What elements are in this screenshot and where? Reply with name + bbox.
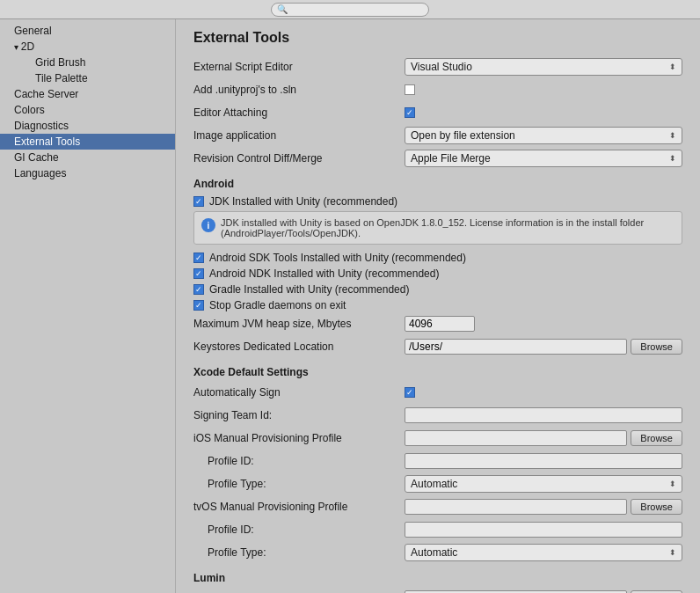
sidebar-item-tile-palette[interactable]: Tile Palette xyxy=(0,70,175,86)
revision-control-row: Revision Control Diff/Merge Apple File M… xyxy=(193,150,682,167)
ios-profile-input[interactable] xyxy=(405,430,627,446)
sidebar-item-general[interactable]: General xyxy=(0,23,175,39)
tvos-profile-id-input[interactable] xyxy=(405,522,682,538)
tvos-profile-type-value: Automatic xyxy=(411,546,457,559)
external-script-editor-row: External Script Editor Visual Studio ⬍ xyxy=(193,58,682,76)
signing-team-input[interactable] xyxy=(405,407,682,423)
keystores-browse-button[interactable]: Browse xyxy=(631,339,682,355)
tvos-profile-input[interactable] xyxy=(405,499,627,515)
max-jvm-input[interactable]: 4096 xyxy=(405,316,475,332)
tvos-profile-id-row: Profile ID: xyxy=(193,521,682,538)
image-application-control: Open by file extension ⬍ xyxy=(405,127,682,144)
editor-attaching-checkbox[interactable] xyxy=(405,107,415,118)
search-icon: 🔍 xyxy=(277,4,288,14)
signing-team-control xyxy=(405,407,682,423)
info-text: JDK installed with Unity is based on Ope… xyxy=(221,217,674,238)
android-sdk-row: Android SDK Tools Installed with Unity (… xyxy=(193,252,682,264)
external-script-editor-control: Visual Studio ⬍ xyxy=(405,58,682,76)
keystores-browse-row: Browse xyxy=(405,339,682,355)
tvos-profile-browse: Browse xyxy=(405,499,682,515)
signing-team-row: Signing Team Id: xyxy=(193,406,682,424)
tvos-profile-type-dropdown[interactable]: Automatic ⬍ xyxy=(405,544,682,561)
ios-profile-id-control xyxy=(405,453,682,469)
add-unity-proj-label: Add .unityproj's to .sln xyxy=(193,84,405,96)
sidebar-item-grid-brush[interactable]: Grid Brush xyxy=(0,55,175,70)
sidebar-item-colors[interactable]: Colors xyxy=(0,102,175,118)
tvos-profile-id-control xyxy=(405,522,682,538)
search-bar[interactable]: 🔍 xyxy=(271,3,429,17)
android-section-header: Android xyxy=(193,178,682,190)
image-application-value: Open by file extension xyxy=(411,129,515,142)
gradle-checkbox[interactable] xyxy=(193,284,204,295)
signing-team-label: Signing Team Id: xyxy=(193,409,405,421)
chevron-down-icon5: ⬍ xyxy=(669,548,676,557)
sidebar-item-gi-cache[interactable]: GI Cache xyxy=(0,150,175,165)
tvos-profile-id-label: Profile ID: xyxy=(193,523,405,536)
auto-sign-label: Automatically Sign xyxy=(193,386,405,399)
sidebar-item-languages[interactable]: Languages xyxy=(0,165,175,181)
page-title: External Tools xyxy=(193,30,682,46)
external-script-editor-dropdown[interactable]: Visual Studio ⬍ xyxy=(405,58,682,76)
sidebar: General 2D Grid Brush Tile Palette Cache… xyxy=(0,19,176,593)
add-unity-proj-row: Add .unityproj's to .sln xyxy=(193,81,682,99)
android-ndk-label: Android NDK Installed with Unity (recomm… xyxy=(209,267,439,280)
ios-profile-label: iOS Manual Provisioning Profile xyxy=(193,432,405,444)
image-application-label: Image application xyxy=(193,129,405,142)
ios-profile-type-control: Automatic ⬍ xyxy=(405,475,682,493)
gradle-label: Gradle Installed with Unity (recommended… xyxy=(209,283,409,296)
external-script-editor-value: Visual Studio xyxy=(411,61,472,73)
ios-browse-button[interactable]: Browse xyxy=(631,430,682,446)
editor-attaching-control xyxy=(405,107,682,118)
lumin-section-header: Lumin xyxy=(193,572,682,584)
android-sdk-label: Android SDK Tools Installed with Unity (… xyxy=(209,252,466,264)
main-panel: External Tools External Script Editor Vi… xyxy=(176,19,700,593)
auto-sign-checkbox[interactable] xyxy=(405,387,415,398)
tvos-profile-row: tvOS Manual Provisioning Profile Browse xyxy=(193,498,682,516)
android-ndk-checkbox[interactable] xyxy=(193,268,204,279)
stop-gradle-row: Stop Gradle daemons on exit xyxy=(193,299,682,311)
stop-gradle-checkbox[interactable] xyxy=(193,300,204,311)
ios-profile-browse: Browse xyxy=(405,430,682,446)
chevron-down-icon: ⬍ xyxy=(669,62,676,71)
image-application-dropdown[interactable]: Open by file extension ⬍ xyxy=(405,127,682,144)
revision-control-dropdown[interactable]: Apple File Merge ⬍ xyxy=(405,150,682,167)
xcode-section-header: Xcode Default Settings xyxy=(193,366,682,378)
keystores-label: Keystores Dedicated Location xyxy=(193,340,405,353)
revision-control-value: Apple File Merge xyxy=(411,152,491,165)
auto-sign-control xyxy=(405,387,682,398)
ios-profile-id-row: Profile ID: xyxy=(193,452,682,470)
ios-profile-id-label: Profile ID: xyxy=(193,455,405,467)
ios-profile-id-input[interactable] xyxy=(405,453,682,469)
sidebar-item-external-tools[interactable]: External Tools xyxy=(0,134,175,150)
keystores-control: Browse xyxy=(405,339,682,355)
sidebar-item-diagnostics[interactable]: Diagnostics xyxy=(0,118,175,134)
ios-profile-type-value: Automatic xyxy=(411,478,457,490)
tvos-browse-button[interactable]: Browse xyxy=(631,499,682,515)
ios-profile-row: iOS Manual Provisioning Profile Browse xyxy=(193,429,682,447)
sidebar-item-cache-server[interactable]: Cache Server xyxy=(0,86,175,102)
max-jvm-row: Maximum JVM heap size, Mbytes 4096 xyxy=(193,315,682,333)
add-unity-proj-control xyxy=(405,84,682,95)
ios-profile-type-dropdown[interactable]: Automatic ⬍ xyxy=(405,475,682,493)
image-application-row: Image application Open by file extension… xyxy=(193,127,682,144)
titlebar: 🔍 xyxy=(0,0,700,19)
sidebar-item-2d[interactable]: 2D xyxy=(0,39,175,55)
chevron-down-icon3: ⬍ xyxy=(669,154,676,163)
jdk-checkbox[interactable] xyxy=(193,196,204,207)
android-sdk-checkbox[interactable] xyxy=(193,253,204,263)
editor-attaching-row: Editor Attaching xyxy=(193,104,682,121)
jdk-row: JDK Installed with Unity (recommended) xyxy=(193,195,682,208)
tvos-browse-row: Browse xyxy=(405,499,682,515)
max-jvm-label: Maximum JVM heap size, Mbytes xyxy=(193,318,405,330)
chevron-down-icon2: ⬍ xyxy=(669,131,676,140)
android-ndk-row: Android NDK Installed with Unity (recomm… xyxy=(193,267,682,280)
stop-gradle-label: Stop Gradle daemons on exit xyxy=(209,299,346,311)
revision-control-control: Apple File Merge ⬍ xyxy=(405,150,682,167)
add-unity-proj-checkbox[interactable] xyxy=(405,84,415,95)
tvos-profile-type-row: Profile Type: Automatic ⬍ xyxy=(193,544,682,561)
keystores-input[interactable] xyxy=(405,339,627,355)
ios-profile-type-row: Profile Type: Automatic ⬍ xyxy=(193,475,682,493)
auto-sign-row: Automatically Sign xyxy=(193,384,682,401)
ios-browse-row: Browse xyxy=(405,430,682,446)
ios-profile-type-label: Profile Type: xyxy=(193,478,405,490)
